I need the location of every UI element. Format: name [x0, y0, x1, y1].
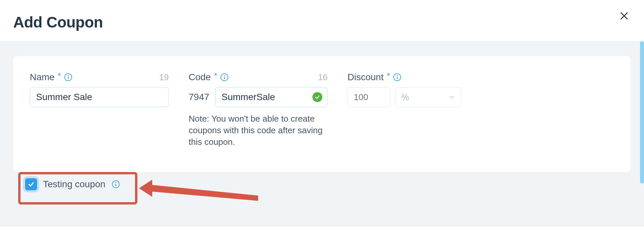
code-input-row: 7947: [189, 87, 328, 107]
chevron-down-icon: [448, 94, 455, 100]
close-button[interactable]: [618, 9, 631, 23]
discount-label-line: Discount *: [347, 72, 467, 83]
code-input[interactable]: [215, 87, 328, 107]
code-prefix: 7947: [189, 92, 209, 102]
svg-point-4: [68, 75, 69, 76]
field-row: Name * 19: [30, 72, 614, 148]
testing-coupon-checkbox[interactable]: [25, 178, 37, 190]
svg-point-7: [224, 75, 225, 76]
code-note: Note: You won't be able to create coupon…: [189, 113, 328, 148]
code-info-button[interactable]: [220, 73, 229, 82]
svg-point-10: [397, 75, 398, 76]
scrollbar-track[interactable]: [640, 41, 644, 227]
discount-label: Discount: [347, 72, 384, 83]
required-asterisk: *: [58, 71, 61, 81]
required-asterisk: *: [214, 71, 217, 81]
code-valid-indicator: [312, 92, 322, 102]
testing-info-button[interactable]: [111, 180, 120, 189]
info-icon: [112, 180, 120, 189]
info-icon: [393, 73, 401, 82]
code-field: Code * 16 7947: [189, 72, 328, 148]
code-char-counter: 16: [318, 72, 328, 83]
required-asterisk: *: [387, 71, 390, 81]
code-label: Code: [189, 72, 211, 83]
scrollbar-thumb[interactable]: [640, 41, 644, 184]
name-char-counter: 19: [159, 72, 169, 83]
svg-point-13: [115, 182, 116, 183]
discount-field: Discount * %: [347, 72, 467, 107]
annotation-arrow: [139, 175, 261, 208]
check-icon: [314, 94, 320, 100]
testing-coupon-row: Testing coupon: [25, 178, 120, 190]
page-title: Add Coupon: [13, 13, 631, 31]
name-info-button[interactable]: [64, 73, 73, 82]
discount-value-input[interactable]: [347, 87, 391, 107]
name-field: Name * 19: [30, 72, 169, 107]
add-coupon-modal: Add Coupon Name *: [0, 0, 644, 232]
form-area: Name * 19: [0, 41, 644, 227]
testing-coupon-label: Testing coupon: [43, 179, 105, 190]
info-icon: [64, 73, 72, 82]
code-label-line: Code * 16: [189, 72, 328, 83]
discount-input-row: %: [347, 87, 467, 107]
name-label: Name: [30, 72, 55, 83]
info-icon: [220, 73, 229, 82]
close-icon: [620, 11, 629, 21]
coupon-card: Name * 19: [13, 56, 631, 172]
discount-info-button[interactable]: [392, 73, 402, 82]
discount-unit-select[interactable]: %: [395, 87, 461, 107]
discount-unit-value: %: [401, 92, 409, 102]
svg-marker-14: [139, 180, 258, 201]
code-input-wrap: [215, 87, 328, 107]
name-input[interactable]: [30, 87, 169, 107]
modal-header: Add Coupon: [0, 0, 644, 41]
name-label-line: Name * 19: [30, 72, 169, 83]
check-icon: [27, 181, 35, 188]
